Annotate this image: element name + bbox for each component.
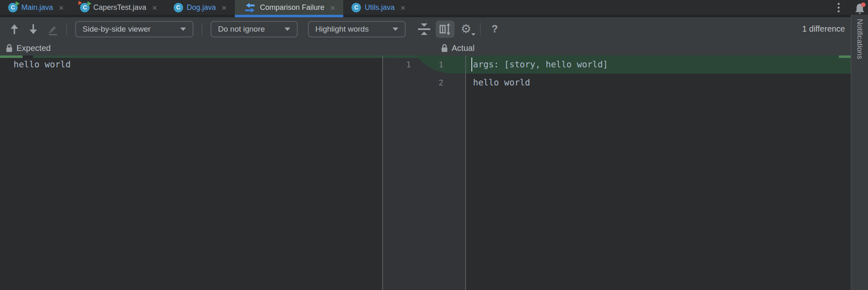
help-button[interactable]: ? <box>487 22 502 37</box>
sync-scrolling-icon <box>439 23 452 36</box>
expected-pane-header: Expected <box>6 41 51 55</box>
expected-line-numbers: 1 <box>383 55 411 74</box>
expected-title: Expected <box>16 44 51 53</box>
editor-tab-bar: C Main.java × C CapersTest.java × C Dog.… <box>0 0 868 17</box>
whitespace-policy-value: Do not ignore <box>218 25 265 34</box>
tab-label: Dog.java <box>187 3 216 12</box>
diff-compare-icon <box>243 1 256 14</box>
next-difference-button[interactable] <box>26 22 41 37</box>
highlight-mode-dropdown[interactable]: Highlight words <box>308 21 406 37</box>
expected-editor-pane[interactable]: hello world <box>0 55 382 290</box>
added-line-marker-gutter <box>0 55 23 58</box>
edit-button-disabled <box>45 22 60 37</box>
tab-comparison-failure[interactable]: Comparison Failure × <box>235 0 343 15</box>
close-icon[interactable]: × <box>330 3 335 12</box>
class-icon-letter: C <box>176 4 180 11</box>
close-icon[interactable]: × <box>222 3 227 12</box>
help-icon: ? <box>491 23 498 35</box>
collapse-unchanged-button[interactable] <box>417 22 432 37</box>
close-icon[interactable]: × <box>59 3 64 12</box>
java-class-icon: C <box>351 3 361 12</box>
line-number: 1 <box>383 55 411 74</box>
class-icon-letter: C <box>11 4 15 11</box>
actual-pane-header: Actual <box>441 41 475 55</box>
added-line-marker <box>33 55 382 58</box>
chevron-down-icon <box>180 28 186 31</box>
java-test-class-icon: C <box>80 3 90 12</box>
line-number: 1 <box>425 55 443 74</box>
actual-line-numbers: 1 2 <box>425 55 443 92</box>
lock-icon <box>6 44 13 53</box>
diff-pane-headers: Expected Actual <box>0 41 851 55</box>
tab-label: Utils.java <box>365 3 395 12</box>
added-line-marker-notch <box>23 55 33 58</box>
viewer-mode-dropdown[interactable]: Side-by-side viewer <box>75 21 193 37</box>
actual-editor-pane[interactable]: args: [story, hello world] hello world <box>466 55 851 290</box>
class-icon-letter: C <box>83 4 87 11</box>
run-badge-icon <box>87 1 92 6</box>
sync-scrolling-toggle[interactable] <box>436 21 455 38</box>
whitespace-policy-dropdown[interactable]: Do not ignore <box>211 21 298 37</box>
more-options-icon[interactable] <box>838 3 840 12</box>
highlight-mode-value: Highlight words <box>315 25 369 34</box>
toolbar-separator <box>202 23 202 35</box>
arrow-down-icon <box>28 23 39 35</box>
collapse-unchanged-icon <box>418 23 430 35</box>
code-line[interactable]: hello world <box>0 55 382 74</box>
diff-content: hello world 1 1 2 args: [story, hello wo… <box>0 55 868 290</box>
active-tab-underline <box>235 15 343 17</box>
tab-label: Main.java <box>21 3 53 12</box>
viewer-mode-value: Side-by-side viewer <box>83 25 151 34</box>
notifications-bell-icon[interactable] <box>854 2 866 17</box>
tab-label: CapersTest.java <box>93 3 146 12</box>
tab-label: Comparison Failure <box>260 3 324 12</box>
error-stripe-added-mark[interactable] <box>839 55 851 58</box>
close-icon[interactable]: × <box>152 3 157 12</box>
tab-dog-java[interactable]: C Dog.java × <box>165 0 235 15</box>
notifications-toolwindow-label[interactable]: Notifications <box>855 19 864 59</box>
code-line-added[interactable]: args: [story, hello world] <box>466 55 851 74</box>
run-badge-icon <box>16 1 20 6</box>
diff-toolbar: Side-by-side viewer Do not ignore Highli… <box>0 17 851 41</box>
tab-utils-java[interactable]: C Utils.java × <box>343 0 413 15</box>
code-line[interactable]: hello world <box>466 74 851 92</box>
previous-difference-button[interactable] <box>7 22 22 37</box>
toolbar-separator <box>480 23 481 35</box>
diff-settings-button[interactable]: ⚙ <box>459 22 473 37</box>
difference-count-label: 1 difference <box>802 24 845 34</box>
arrow-up-icon <box>9 23 20 35</box>
java-class-icon: C <box>174 3 183 12</box>
actual-title: Actual <box>452 44 475 53</box>
java-class-icon: C <box>8 3 18 12</box>
chevron-down-icon <box>393 28 398 31</box>
lock-icon <box>441 44 448 53</box>
tab-caperstest-java[interactable]: C CapersTest.java × <box>72 0 165 15</box>
chevron-down-icon <box>471 33 475 36</box>
text-caret <box>471 58 472 71</box>
line-number: 2 <box>425 74 443 92</box>
class-icon-letter: C <box>354 4 358 11</box>
gear-icon: ⚙ <box>461 23 471 35</box>
tab-main-java[interactable]: C Main.java × <box>0 0 72 15</box>
test-badge-icon <box>78 1 82 5</box>
toolbar-separator <box>66 23 67 35</box>
chevron-down-icon <box>285 28 290 31</box>
close-icon[interactable]: × <box>400 3 405 12</box>
pencil-icon <box>46 23 58 35</box>
